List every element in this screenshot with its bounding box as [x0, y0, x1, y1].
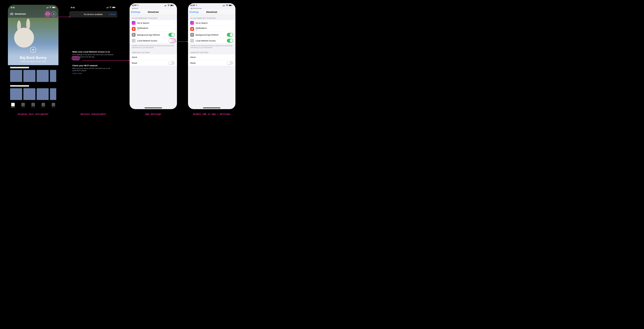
breadcrumb[interactable]: ◀ Search	[130, 8, 177, 9]
reset-switch[interactable]	[168, 61, 175, 65]
nav-tab-1[interactable]	[11, 103, 15, 106]
chevron-right-icon: ›	[174, 22, 175, 24]
nav-tab-2[interactable]	[21, 103, 25, 106]
svg-rect-21	[171, 5, 172, 6]
cast-button[interactable]	[45, 12, 50, 17]
content-tile[interactable]	[10, 70, 22, 82]
home-indicator[interactable]	[144, 108, 162, 108]
caption-3: App Settings	[128, 113, 178, 116]
status-time: 11:57	[190, 4, 195, 7]
nav-tab-4[interactable]	[42, 103, 45, 106]
content-row-1	[8, 65, 58, 84]
tip-title: Make sure Local Network Access is on	[72, 51, 114, 53]
cell-notifications[interactable]: NotificationsOff ›	[188, 26, 236, 32]
cell-label: Local Network Access	[137, 40, 157, 42]
svg-rect-0	[46, 8, 46, 8]
menu-icon[interactable]	[10, 13, 13, 15]
svg-rect-28	[224, 5, 224, 6]
content-row-2	[8, 84, 58, 102]
content-tile[interactable]	[50, 70, 56, 82]
status-time: 9:41	[71, 6, 75, 9]
learn-more-link[interactable]: Learn more	[72, 72, 82, 75]
svg-rect-17	[165, 5, 165, 6]
svg-marker-41	[187, 41, 188, 42]
svg-rect-5	[52, 7, 55, 8]
nav-title: DemoCast	[206, 11, 217, 13]
status-time: 11:57	[132, 4, 137, 7]
content-tile[interactable]	[10, 88, 22, 100]
nav-tab-3[interactable]	[32, 103, 35, 106]
group-header-app: DemoCast Settings	[188, 49, 236, 54]
lna-switch[interactable]	[227, 39, 233, 43]
svg-point-35	[192, 35, 192, 35]
caption-4: Enable LNA in App > Settings	[186, 113, 237, 116]
cell-sublabel: Off	[196, 29, 207, 31]
svg-rect-15	[115, 7, 116, 8]
cancel-button[interactable]: Cancel	[109, 13, 115, 16]
breadcrumb[interactable]: ◀ DemoCast app	[188, 8, 236, 9]
svg-rect-32	[232, 5, 232, 6]
back-label: Settings	[132, 11, 140, 13]
home-indicator[interactable]	[203, 108, 220, 108]
wifi-icon	[168, 5, 170, 6]
svg-point-8	[53, 13, 54, 14]
play-button[interactable]	[30, 47, 36, 53]
svg-rect-10	[107, 8, 107, 8]
svg-rect-1	[47, 8, 47, 8]
hero-section: Big Buck Bunny Peach Open Movie Project,…	[8, 18, 58, 65]
play-icon	[33, 49, 34, 51]
svg-rect-16	[164, 6, 165, 6]
content-tile[interactable]	[37, 88, 49, 100]
svg-rect-7	[46, 13, 49, 15]
tips-section: Make sure Local Network Access is on Go …	[68, 51, 118, 75]
flow-arrow-3	[176, 41, 188, 42]
breadcrumb-label: DemoCast app	[192, 8, 202, 9]
svg-rect-33	[192, 28, 193, 30]
svg-rect-26	[223, 6, 223, 6]
wifi-icon	[226, 5, 228, 6]
siri-icon	[132, 21, 136, 25]
nav-tab-5[interactable]	[52, 103, 55, 106]
chevron-left-icon	[131, 11, 132, 13]
profile-button[interactable]	[51, 12, 56, 17]
cell-lna: Local Network Access	[130, 38, 177, 44]
cell-label: Background App Refresh	[137, 34, 160, 36]
location-icon	[196, 5, 197, 6]
cell-notifications[interactable]: NotificationsOff ›	[130, 26, 177, 32]
chevron-left-icon	[189, 11, 191, 13]
content-tile[interactable]	[24, 88, 36, 100]
hero-subtitle: Peach Open Movie Project, 2008	[20, 61, 46, 62]
ios-settings-lna-on: 11:57 ◀ DemoCast app Settings DemoCast A…	[188, 3, 236, 109]
cell-lna: Local Network Access	[188, 38, 236, 44]
cell-siri[interactable]: Siri & Search ›	[188, 20, 236, 26]
chevron-right-icon: ›	[174, 56, 175, 59]
lna-footnote: Enabled to allow this app permission to …	[130, 44, 177, 49]
status-time: 9:41	[11, 6, 15, 9]
battery-icon	[52, 7, 56, 8]
app-icon	[132, 39, 136, 43]
content-tile[interactable]	[50, 88, 56, 100]
svg-rect-6	[55, 7, 56, 8]
back-button[interactable]: Settings	[189, 11, 199, 13]
chevron-right-icon: ›	[232, 56, 233, 59]
content-tile[interactable]	[37, 70, 49, 82]
democast-app-screen: 9:41 DemoCast Big Buck Bunny Peach Open …	[8, 5, 58, 109]
tip-title: Check your Wi-Fi network	[72, 64, 114, 67]
svg-marker-39	[128, 60, 130, 61]
caption-1: Display Cast entrypoint	[8, 113, 58, 116]
bg-refresh-switch[interactable]	[168, 33, 175, 37]
cell-about[interactable]: About ›	[130, 54, 177, 60]
back-button[interactable]: Settings	[131, 11, 140, 13]
cell-siri[interactable]: Siri & Search ›	[130, 20, 177, 26]
lna-switch[interactable]	[168, 39, 175, 43]
svg-rect-14	[112, 7, 115, 8]
svg-rect-11	[108, 7, 108, 8]
svg-point-25	[134, 35, 134, 35]
content-tile[interactable]	[24, 70, 36, 82]
section-label-placeholder	[10, 85, 29, 87]
app-icon	[190, 39, 194, 43]
bg-refresh-switch[interactable]	[227, 33, 233, 37]
reset-switch[interactable]	[227, 61, 233, 65]
tip-lna: Make sure Local Network Access is on Go …	[72, 51, 114, 61]
cell-about[interactable]: About ›	[188, 54, 236, 60]
